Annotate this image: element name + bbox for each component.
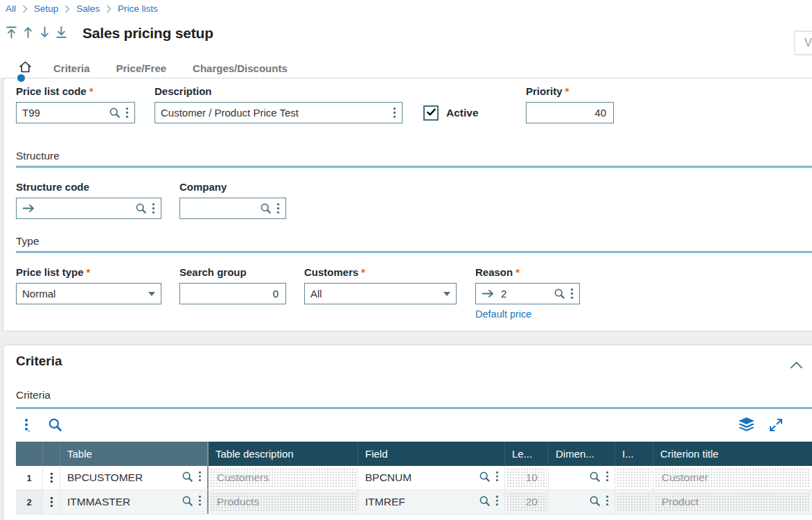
cell-field[interactable]: BPCNUM (358, 466, 504, 489)
expand-icon[interactable] (769, 418, 783, 432)
last-record-icon[interactable] (55, 26, 67, 42)
col-header-table-description[interactable]: Table description (209, 442, 358, 466)
more-options-icon[interactable] (393, 107, 396, 119)
row-menu-icon[interactable] (42, 466, 60, 489)
chevron-up-icon[interactable] (791, 359, 802, 372)
partial-button-label: V (804, 37, 812, 49)
cell-length: 20 (504, 490, 548, 514)
search-icon[interactable] (135, 202, 147, 214)
row-number[interactable]: 2 (16, 490, 42, 514)
price-list-type-value: Normal (22, 288, 143, 300)
more-options-icon[interactable] (495, 471, 499, 485)
checkmark-icon (426, 107, 436, 120)
first-record-icon[interactable] (6, 26, 17, 42)
criteria-panel: Criteria Criteria Table Table descriptio… (3, 345, 812, 520)
more-options-icon[interactable] (606, 471, 609, 485)
required-asterisk: * (515, 266, 520, 278)
chevron-down-icon[interactable] (443, 292, 450, 296)
cell-index (615, 490, 653, 514)
col-header-criterion-title[interactable]: Criterion title (653, 442, 812, 466)
partial-right-button[interactable]: V (794, 31, 812, 55)
search-icon[interactable] (182, 471, 193, 485)
search-icon[interactable] (109, 107, 121, 119)
company-input[interactable] (179, 198, 286, 219)
field-value: ITMREF (365, 496, 479, 508)
jump-to-icon[interactable] (482, 289, 495, 298)
breadcrumb-sales[interactable]: Sales (76, 3, 100, 14)
search-icon[interactable] (554, 288, 565, 300)
col-header-dimension[interactable]: Dimen... (548, 442, 615, 466)
customers-select[interactable]: All (304, 283, 457, 304)
chevron-down-icon[interactable] (148, 292, 155, 296)
default-price-link[interactable]: Default price (475, 309, 531, 320)
grid-search-icon[interactable] (48, 417, 62, 432)
price-list-type-select[interactable]: Normal (16, 283, 161, 304)
title-bar: Sales pricing setup (6, 25, 213, 42)
search-icon[interactable] (589, 495, 601, 510)
search-group-label: Search group (179, 266, 286, 278)
cell-table[interactable]: ITMMASTER (60, 490, 209, 514)
search-icon[interactable] (260, 202, 272, 214)
cell-field[interactable]: ITMREF (358, 490, 504, 514)
cell-length: 10 (504, 466, 548, 489)
breadcrumb-all[interactable]: All (6, 3, 16, 14)
structure-section-title: Structure (16, 150, 60, 162)
more-options-icon[interactable] (606, 495, 609, 509)
reason-field: Reason* 2 (475, 266, 580, 304)
company-label: Company (179, 181, 286, 193)
cell-dimension[interactable] (548, 490, 615, 514)
next-record-icon[interactable] (39, 26, 51, 42)
grid-menu-icon[interactable] (24, 418, 30, 432)
search-icon[interactable] (479, 471, 491, 485)
cell-table[interactable]: BPCUSTOMER (60, 466, 209, 489)
col-header-table[interactable]: Table (60, 442, 209, 466)
page-header: All Setup Sales Price lists Sales pricin… (0, 0, 812, 78)
more-options-icon[interactable] (495, 495, 499, 509)
more-options-icon[interactable] (570, 288, 574, 300)
jump-to-icon[interactable] (22, 204, 35, 213)
search-icon[interactable] (182, 495, 193, 510)
breadcrumb-setup[interactable]: Setup (34, 3, 58, 14)
priority-value: 40 (532, 107, 608, 119)
more-options-icon[interactable] (152, 202, 155, 214)
row-number[interactable]: 1 (16, 466, 42, 489)
more-options-icon[interactable] (276, 202, 280, 214)
company-field: Company (179, 181, 286, 219)
more-options-icon[interactable] (198, 471, 202, 485)
structure-code-field: Structure code (16, 181, 161, 219)
row-menu-icon[interactable] (42, 490, 60, 514)
description-input[interactable]: Customer / Product Price Test (155, 102, 403, 123)
tab-charges-discounts[interactable]: Charges/Discounts (193, 62, 288, 74)
layers-icon[interactable] (738, 417, 755, 432)
reason-input[interactable]: 2 (475, 283, 580, 304)
active-checkbox[interactable] (423, 105, 439, 121)
table-header-row: Table Table description Field Le... Dime… (16, 442, 812, 466)
table-value: BPCUSTOMER (67, 471, 182, 484)
required-asterisk: * (361, 266, 365, 278)
search-icon[interactable] (479, 495, 491, 510)
col-header-actions[interactable] (42, 442, 60, 466)
field-value: BPCNUM (365, 471, 479, 484)
priority-input[interactable]: 40 (526, 102, 614, 123)
col-header-field[interactable]: Field (358, 442, 504, 466)
more-options-icon[interactable] (198, 495, 202, 509)
active-field: Active (423, 105, 479, 121)
price-list-code-input[interactable]: T99 (16, 102, 135, 123)
priority-field: Priority* 40 (526, 85, 614, 123)
grid-toolbar-right (738, 417, 783, 432)
cell-dimension[interactable] (548, 466, 615, 489)
col-header-rownum[interactable] (16, 442, 42, 466)
cell-index (615, 466, 653, 489)
tab-criteria[interactable]: Criteria (53, 62, 90, 74)
tab-price-free[interactable]: Price/Free (116, 62, 167, 74)
required-asterisk: * (89, 85, 94, 97)
structure-code-input[interactable] (16, 198, 161, 219)
search-group-input[interactable]: 0 (179, 283, 286, 304)
more-options-icon[interactable] (125, 107, 129, 119)
breadcrumb-price-lists[interactable]: Price lists (118, 3, 158, 14)
search-icon[interactable] (589, 471, 601, 485)
previous-record-icon[interactable] (22, 26, 34, 42)
col-header-length[interactable]: Le... (504, 442, 548, 466)
col-header-index[interactable]: I... (615, 442, 653, 466)
reason-value: 2 (501, 288, 549, 300)
